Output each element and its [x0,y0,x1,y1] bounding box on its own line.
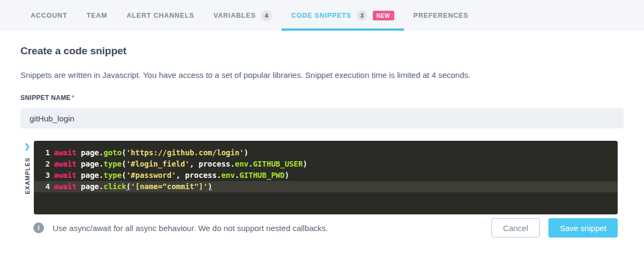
code-line[interactable]: 2await page.type('#login_field', process… [34,159,618,170]
tab-alert-channels[interactable]: ALERT CHANNELS [117,0,204,31]
new-badge: NEW [373,11,394,20]
code-token: , process. [190,159,235,170]
code-token: 'https://github.com/login' [126,147,244,159]
code-token: '[name="commit"]' [131,181,207,192]
count-badge: 3 [357,10,367,21]
code-token: env [235,159,248,170]
snippet-name-label-text: SNIPPET NAME [20,94,71,102]
code-token: await [54,159,81,170]
code-token: await [54,181,81,192]
page-title: Create a code snippet [20,45,624,57]
code-token: ) [244,147,248,159]
line-number: 1 [41,147,50,159]
code-token: GITHUB_USER [253,159,303,170]
tab-account[interactable]: ACCOUNT [21,0,77,31]
examples-expand-chevron-icon[interactable]: ❯ [24,142,30,150]
main-content: Create a code snippet Snippets are writt… [0,45,644,238]
required-asterisk: * [72,94,75,102]
code-token: await [54,170,81,181]
save-snippet-button[interactable]: Save snippet [548,218,618,238]
code-token: ) [285,170,289,181]
code-token: . [235,170,239,181]
code-token: ( [126,181,131,192]
tab-label: VARIABLES [214,12,256,19]
tab-label: CODE SNIPPETS [291,12,351,19]
code-token: '#login_field' [126,159,190,170]
code-line[interactable]: 3await page.type('#password', process.en… [34,170,618,181]
code-token: page. [81,181,104,192]
tab-team[interactable]: TEAM [77,0,117,31]
code-token: page. [81,147,104,159]
code-token: page. [81,170,104,181]
footer-note-text: Use async/await for all async behaviour.… [53,224,328,233]
code-token: await [54,147,81,159]
code-token: ( [121,170,126,181]
code-token: goto [104,147,122,159]
examples-rail: ❯ EXAMPLES [20,141,34,214]
tab-variables[interactable]: VARIABLES4 [204,0,282,31]
code-token: ( [121,159,126,170]
code-editor-lines: 1await page.goto('https://github.com/log… [34,147,618,192]
code-token: ) [303,159,307,170]
count-badge: 4 [261,10,272,21]
examples-label[interactable]: EXAMPLES [24,157,31,195]
tab-label: PREFERENCES [414,12,469,19]
tab-label: ACCOUNT [31,12,67,19]
footer: i Use async/await for all async behaviou… [20,218,618,238]
code-token: type [104,170,122,181]
info-icon: i [33,222,44,233]
tab-code-snippets[interactable]: CODE SNIPPETS3NEW [281,0,404,31]
tab-preferences[interactable]: PREFERENCES [404,0,479,31]
code-token: '#password' [126,170,176,181]
cancel-button[interactable]: Cancel [491,218,540,238]
footer-actions: Cancel Save snippet [491,218,618,238]
code-token: , process. [176,170,221,181]
code-token: type [104,159,122,170]
code-token: ) [208,181,212,192]
tab-label: TEAM [86,12,107,19]
editor-section: ❯ EXAMPLES 1await page.goto('https://git… [20,141,624,214]
code-token: click [104,181,126,192]
line-number: 3 [41,170,50,181]
code-token: page. [81,159,104,170]
code-editor[interactable]: 1await page.goto('https://github.com/log… [34,141,618,214]
tab-label: ALERT CHANNELS [127,12,194,19]
page-description: Snippets are written in Javascript. You … [20,70,624,80]
code-line[interactable]: 4await page.click('[name="commit"]') [34,181,618,192]
snippet-name-input[interactable] [20,108,624,128]
tab-bar: ACCOUNTTEAMALERT CHANNELSVARIABLES4CODE … [0,0,644,31]
footer-note: i Use async/await for all async behaviou… [33,222,328,233]
code-token: . [249,159,253,170]
code-line[interactable]: 1await page.goto('https://github.com/log… [34,147,618,159]
line-number: 2 [41,159,50,170]
code-token: ( [121,147,126,159]
code-token: env [221,170,235,181]
snippet-name-label: SNIPPET NAME* [20,94,624,102]
code-token: GITHUB_PWD [240,170,285,181]
line-number: 4 [41,181,50,192]
